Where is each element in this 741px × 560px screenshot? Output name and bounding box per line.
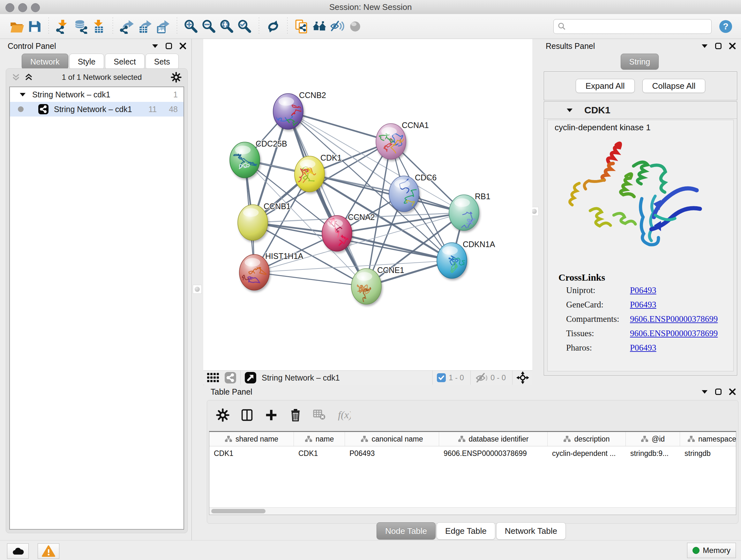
share-network-icon[interactable] xyxy=(224,372,237,384)
gene-collapse-icon[interactable] xyxy=(566,108,573,112)
panel-close-icon[interactable] xyxy=(179,43,186,50)
crosslink-link[interactable]: P06493 xyxy=(630,286,657,295)
tree-expand-icon[interactable] xyxy=(19,92,26,97)
table-tabs: Node TableEdge TableNetwork Table xyxy=(377,522,567,540)
network-node-CCNA1[interactable] xyxy=(376,124,406,159)
panel-collapse-icon[interactable] xyxy=(152,44,158,48)
cloud-icon[interactable] xyxy=(7,543,29,559)
fx-button[interactable]: f(x) xyxy=(337,408,351,422)
zoom-out-button[interactable] xyxy=(200,17,218,36)
expand-all-icon[interactable] xyxy=(24,73,33,81)
selected-checkbox-icon[interactable] xyxy=(436,373,446,382)
warning-icon[interactable] xyxy=(38,543,59,559)
hidden-eye-icon[interactable] xyxy=(475,372,488,383)
column-header-database-identifier[interactable]: database identifier xyxy=(439,432,548,446)
column-header-shared-name[interactable]: shared name xyxy=(209,432,294,446)
table-cell[interactable]: CDK1 xyxy=(209,446,294,460)
network-edge-CCNB2-CCNA1[interactable] xyxy=(288,111,391,141)
network-edge-CDK1-RB1[interactable] xyxy=(310,174,464,212)
zoom-in-button[interactable] xyxy=(182,17,200,36)
save-button[interactable] xyxy=(25,17,44,36)
crosslink-row: GeneCard:P06493 xyxy=(548,300,733,314)
node-label-CCNA2: CCNA2 xyxy=(348,212,375,222)
crosslink-link[interactable]: P06493 xyxy=(630,300,657,309)
columns-button[interactable] xyxy=(240,408,254,422)
left-splitter-handle[interactable] xyxy=(193,285,202,294)
crosslink-link[interactable]: P06493 xyxy=(630,343,657,353)
import-network-button[interactable] xyxy=(54,17,72,36)
network-list-container: 1 of 1 Network selected String Network –… xyxy=(6,68,188,533)
tab-network-table[interactable]: Network Table xyxy=(496,522,566,540)
tab-network[interactable]: Network xyxy=(22,54,68,70)
network-node-HIST1H1A[interactable] xyxy=(239,254,269,290)
table-cell[interactable]: cyclin-dependent ... xyxy=(548,446,626,460)
collapse-all-icon[interactable] xyxy=(12,73,20,81)
refresh-button[interactable] xyxy=(264,17,282,36)
column-header--id[interactable]: @id xyxy=(626,432,680,446)
tab-node-table[interactable]: Node Table xyxy=(377,522,435,540)
plus-button[interactable] xyxy=(265,408,278,422)
string-document-button[interactable] xyxy=(293,17,311,36)
fit-content-icon[interactable] xyxy=(516,371,529,384)
column-header-canonical-name[interactable]: canonical name xyxy=(345,432,439,446)
search-field[interactable] xyxy=(553,19,712,34)
crosslink-link[interactable]: 9606.ENSP00000378699 xyxy=(630,328,718,338)
table-cell[interactable]: P06493 xyxy=(345,446,439,460)
panel-close-icon[interactable] xyxy=(729,43,736,50)
scrollbar-thumb[interactable] xyxy=(211,509,266,513)
column-header-description[interactable]: description xyxy=(548,432,626,446)
import-table-button[interactable] xyxy=(90,17,108,36)
help-icon[interactable]: ? xyxy=(719,19,733,34)
export-image-button[interactable] xyxy=(154,17,172,36)
memory-button[interactable]: Memory xyxy=(687,543,736,558)
network-edge-CCNA2-CDKN1A[interactable] xyxy=(337,233,452,260)
collapse-all-button[interactable]: Collapse All xyxy=(643,79,705,93)
tab-select[interactable]: Select xyxy=(105,54,144,70)
tab-edge-table[interactable]: Edge Table xyxy=(436,522,495,540)
search-input[interactable] xyxy=(566,20,708,33)
network-node-CCNE1[interactable] xyxy=(351,268,381,304)
network-row[interactable]: String Network – cdk1 11 48 xyxy=(10,102,184,117)
import-database-button[interactable] xyxy=(72,17,90,36)
tab-style[interactable]: Style xyxy=(69,54,105,70)
trash-button[interactable] xyxy=(289,408,302,422)
options-gear-icon[interactable] xyxy=(171,72,182,83)
panel-float-icon[interactable] xyxy=(715,388,722,395)
table-row[interactable]: CDK1CDK1P064939606.ENSP00000378699cyclin… xyxy=(209,446,736,460)
network-node-CDK1[interactable] xyxy=(294,156,325,192)
panel-collapse-icon[interactable] xyxy=(701,44,708,48)
network-canvas[interactable]: CCNB2CCNA1CDC25BCDK1CDC6RB1CCNB1CCNA2CDK… xyxy=(203,39,532,370)
panel-float-icon[interactable] xyxy=(165,43,172,50)
network-edge-CCNE1-HIST1H1A[interactable] xyxy=(254,272,366,287)
tab-sets[interactable]: Sets xyxy=(145,54,179,70)
zoom-fit-button[interactable] xyxy=(218,17,236,36)
table-cell[interactable]: stringdb xyxy=(680,446,736,460)
network-collection-row[interactable]: String Network – cdk1 1 xyxy=(10,87,184,102)
open-folder-button[interactable] xyxy=(8,17,25,36)
string-home-button[interactable] xyxy=(311,17,328,36)
panel-close-icon[interactable] xyxy=(729,388,736,395)
string-hide-button[interactable] xyxy=(328,17,346,36)
panel-collapse-icon[interactable] xyxy=(701,389,708,394)
horizontal-scrollbar[interactable] xyxy=(209,507,736,515)
network-node-CCNA2[interactable] xyxy=(322,215,352,251)
titlebar: Session: New Session xyxy=(0,0,741,14)
grid-view-icon[interactable] xyxy=(206,372,220,383)
table-cell[interactable]: stringdb:9... xyxy=(626,446,680,460)
table-cell[interactable]: CDK1 xyxy=(294,446,345,460)
gear-button[interactable] xyxy=(216,408,229,422)
network-node-CCNB1[interactable] xyxy=(238,205,268,240)
column-header-name[interactable]: name xyxy=(294,432,345,446)
expand-all-button[interactable]: Expand All xyxy=(576,79,635,93)
string-sphere-button[interactable] xyxy=(346,17,364,36)
export-table-button[interactable] xyxy=(136,17,154,36)
crosslink-link[interactable]: 9606.ENSP00000378699 xyxy=(630,314,718,324)
panel-float-icon[interactable] xyxy=(715,43,722,50)
column-header-namespace[interactable]: namespace xyxy=(680,432,736,446)
table-cell[interactable]: 9606.ENSP00000378699 xyxy=(439,446,548,460)
table-delete-button[interactable] xyxy=(313,408,327,422)
tab-string[interactable]: String xyxy=(621,54,659,70)
birds-eye-view-icon[interactable] xyxy=(245,372,257,384)
export-network-button[interactable] xyxy=(118,17,136,36)
zoom-selected-button[interactable] xyxy=(236,17,254,36)
